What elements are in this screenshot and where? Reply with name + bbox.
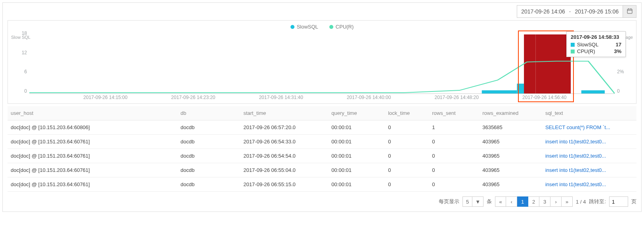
cell-query_time: 00:00:01 <box>328 135 385 149</box>
cell-rows_sent: 0 <box>429 149 479 163</box>
svg-rect-7 <box>536 34 571 93</box>
per-page-unit: 条 <box>487 198 492 205</box>
col-db: db <box>177 106 240 120</box>
cell-db: docdb <box>177 163 240 177</box>
cell-query_time: 00:00:01 <box>328 163 385 177</box>
y-tick: 18 <box>12 30 27 36</box>
panel: 2017-09-26 14:06 - 2017-09-26 15:06 Slow… <box>2 2 642 212</box>
col-lock_time: lock_time <box>385 106 429 120</box>
cell-start_time: 2017-09-26 06:57:20.0 <box>240 120 328 135</box>
per-page-value: 5 <box>463 199 472 205</box>
table-row: doc[doc] @ [10.151.203.64:60761]docdb201… <box>8 163 636 177</box>
page-first-button[interactable]: « <box>495 196 506 207</box>
page-number-button[interactable]: 2 <box>528 196 539 207</box>
tooltip-value: 3% <box>614 48 621 54</box>
range-start: 2017-09-26 14:06 <box>521 8 565 15</box>
sql-text-link[interactable]: insert into t1(test02,test0... <box>545 167 606 173</box>
svg-rect-6 <box>524 34 536 93</box>
legend-swatch-slowsql <box>290 25 294 29</box>
chart-legend: SlowSQL CPU(R) <box>12 24 632 30</box>
legend-swatch-cpur <box>329 25 333 29</box>
sql-text-link[interactable]: insert into t1(test02,test0... <box>545 181 606 187</box>
topbar: 2017-09-26 14:06 - 2017-09-26 15:06 <box>8 5 636 18</box>
svg-rect-8 <box>581 90 605 93</box>
cell-start_time: 2017-09-26 06:55:15.0 <box>240 177 328 192</box>
page-number-button[interactable]: 3 <box>539 196 550 207</box>
col-start_time: start_time <box>240 106 328 120</box>
x-tick: 2017-09-26 14:23:20 <box>171 95 215 100</box>
cell-rows_examined: 403965 <box>479 149 542 163</box>
range-separator: - <box>569 8 571 15</box>
cell-db: docdb <box>177 177 240 192</box>
cell-user_host: doc[doc] @ [10.151.203.64:60806] <box>8 120 177 135</box>
tooltip-label: CPU(R) <box>577 48 595 54</box>
calendar-button[interactable] <box>623 5 636 18</box>
cell-query_time: 00:00:01 <box>328 149 385 163</box>
cell-db: docdb <box>177 120 240 135</box>
slow-sql-table: user_host db start_time query_time lock_… <box>8 106 636 192</box>
cell-rows_examined: 403965 <box>479 177 542 192</box>
col-rows_sent: rows_sent <box>429 106 479 120</box>
cell-user_host: doc[doc] @ [10.151.203.64:60761] <box>8 135 177 149</box>
cell-user_host: doc[doc] @ [10.151.203.64:60761] <box>8 177 177 192</box>
tooltip-value: 17 <box>616 42 621 48</box>
table-row: doc[doc] @ [10.151.203.64:60761]docdb201… <box>8 177 636 192</box>
sql-text-link[interactable]: insert into t1(test02,test0... <box>545 153 606 159</box>
page-next-button[interactable]: › <box>550 196 562 207</box>
per-page-select[interactable]: 5 ▼ <box>462 196 483 207</box>
col-rows_examined: rows_examined <box>479 106 542 120</box>
cell-lock_time: 0 <box>385 149 429 163</box>
table-row: doc[doc] @ [10.151.203.64:60761]docdb201… <box>8 135 636 149</box>
x-axis: 2017-09-26 14:15:00 2017-09-26 14:23:20 … <box>29 95 615 101</box>
cell-lock_time: 0 <box>385 163 429 177</box>
tooltip-swatch <box>571 43 575 47</box>
cell-sql_text: insert into t1(test02,test0... <box>542 135 636 149</box>
x-tick: 2017-09-26 14:40:00 <box>347 95 391 100</box>
tooltip-row: SlowSQL 17 <box>571 42 621 48</box>
svg-rect-4 <box>482 90 517 93</box>
page-total-label: 1 / 4 <box>576 199 586 205</box>
cell-rows_examined: 3635685 <box>479 120 542 135</box>
page-number-button[interactable]: 1 <box>517 196 528 207</box>
legend-item-slowsql[interactable]: SlowSQL <box>290 24 318 30</box>
jump-input[interactable] <box>609 196 628 207</box>
chevron-down-icon: ▼ <box>472 197 483 206</box>
pager: 每页显示 5 ▼ 条 « ‹ 1 2 3 › » 1 / 4 跳转至: 页 <box>8 196 636 207</box>
cell-query_time: 00:00:01 <box>328 177 385 192</box>
cell-rows_sent: 0 <box>429 177 479 192</box>
table-header-row: user_host db start_time query_time lock_… <box>8 106 636 120</box>
tooltip-label: SlowSQL <box>577 42 598 48</box>
date-range-picker[interactable]: 2017-09-26 14:06 - 2017-09-26 15:06 <box>517 5 623 18</box>
y-tick: 0 <box>12 88 27 94</box>
page-last-button[interactable]: » <box>562 196 573 207</box>
cell-lock_time: 0 <box>385 120 429 135</box>
range-end: 2017-09-26 15:06 <box>575 8 619 15</box>
table-row: doc[doc] @ [10.151.203.64:60761]docdb201… <box>8 149 636 163</box>
page-prev-button[interactable]: ‹ <box>506 196 517 207</box>
jump-label: 跳转至: <box>589 198 606 205</box>
legend-item-cpur[interactable]: CPU(R) <box>329 24 354 30</box>
chart-card: SlowSQL CPU(R) Slow SQL usage 18 12 6 0 … <box>8 20 636 104</box>
y-axis-left: 18 12 6 0 <box>12 30 29 94</box>
y-tick: 6 <box>12 69 27 74</box>
cell-rows_sent: 0 <box>429 163 479 177</box>
table-row: doc[doc] @ [10.151.203.64:60806]docdb201… <box>8 120 636 135</box>
chart-plot[interactable]: 2017-09-26 14:58:33 SlowSQL 17 CPU(R) <box>29 30 615 94</box>
page-buttons: « ‹ 1 2 3 › » <box>495 196 573 207</box>
jump-unit: 页 <box>631 198 636 205</box>
sql-text-link[interactable]: SELECT count(*) FROM `t... <box>545 124 610 130</box>
calendar-icon <box>627 8 633 15</box>
tooltip-title: 2017-09-26 14:58:33 <box>571 34 621 40</box>
cell-db: docdb <box>177 135 240 149</box>
legend-label: CPU(R) <box>336 24 354 30</box>
tooltip-row: CPU(R) 3% <box>571 48 621 54</box>
x-tick: 2017-09-26 14:31:40 <box>259 95 303 100</box>
per-page-label: 每页显示 <box>439 198 459 205</box>
sql-text-link[interactable]: insert into t1(test02,test0... <box>545 139 606 145</box>
cell-db: docdb <box>177 149 240 163</box>
tooltip-swatch <box>571 50 575 53</box>
col-sql_text: sql_text <box>542 106 636 120</box>
cell-start_time: 2017-09-26 06:55:04.0 <box>240 163 328 177</box>
cell-sql_text: insert into t1(test02,test0... <box>542 149 636 163</box>
chart-body[interactable]: 18 12 6 0 6% 4% 2% 0 <box>29 30 615 101</box>
